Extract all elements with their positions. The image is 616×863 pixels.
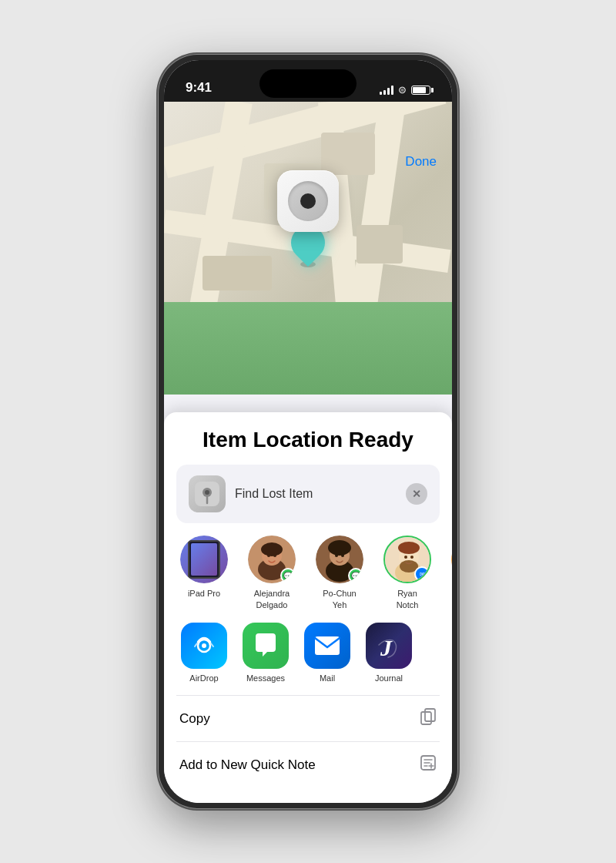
list-item[interactable]: iPad Pro [176,536,232,610]
svg-point-7 [267,554,270,557]
close-icon: ✕ [412,488,421,500]
list-item[interactable]: AirDrop [176,623,232,683]
avatar [180,536,228,583]
avatar: ✉ [383,536,431,583]
wifi-icon: ⊜ [398,84,407,96]
battery-icon [411,86,430,95]
phone-screen: 9:41 ⊜ [164,60,452,803]
svg-point-22 [410,556,413,559]
map-background: Done [164,102,452,395]
copy-icon [420,708,437,729]
find-lost-item-label: Find Lost Item [235,487,397,501]
list-item[interactable]: 💬 Po-ChunYeh [312,536,367,610]
svg-rect-28 [315,636,340,655]
app-label: AirDrop [189,673,218,683]
svg-point-27 [202,643,206,648]
message-badge: 💬 [280,568,296,583]
copy-label: Copy [179,711,210,727]
svg-point-8 [273,554,276,557]
svg-point-6 [261,542,283,556]
avatar [451,536,452,583]
apps-row: AirDrop Messages [164,616,452,695]
avatar: 💬 [248,536,296,583]
copy-row[interactable]: Copy [164,696,452,741]
svg-point-21 [404,556,407,559]
person-name: iPad Pro [188,588,220,599]
person-name: Po-ChunYeh [323,588,356,610]
sheet-header: Item Location Ready [164,412,452,465]
message-badge-2: 💬 [348,568,363,583]
svg-point-2 [205,490,209,495]
airtag-device [277,170,339,232]
svg-point-13 [335,554,338,557]
person-name: RyanNotch [397,588,419,610]
find-lost-item-row[interactable]: Find Lost Item ✕ [176,465,440,523]
list-item[interactable]: Messages [238,623,293,683]
list-item[interactable]: Bue… [447,536,452,610]
list-item[interactable]: ✉ RyanNotch [380,536,435,610]
quick-note-row[interactable]: Add to New Quick Note [164,742,452,787]
mail-icon [304,623,350,669]
list-item[interactable]: Mail [300,623,355,683]
quick-note-label: Add to New Quick Note [179,757,316,773]
people-row: iPad Pro [164,523,452,616]
signal-icon [380,86,393,95]
quick-note-icon [420,754,437,775]
airdrop-icon [181,623,227,669]
avatar: 💬 [316,536,363,583]
phone-frame: 9:41 ⊜ [158,54,458,809]
journal-icon: J [366,623,412,669]
svg-point-12 [328,540,351,556]
list-item[interactable]: 💬 AlejandraDelgado [244,536,300,610]
app-label: Mail [320,673,335,683]
close-button[interactable]: ✕ [406,483,427,505]
list-item[interactable]: J Journal [361,623,417,683]
done-button[interactable]: Done [405,154,437,170]
svg-rect-30 [425,709,435,721]
svg-point-14 [341,554,344,557]
find-lost-item-icon [189,475,226,512]
messages-icon [243,623,289,669]
status-icons: ⊜ [380,84,430,96]
svg-point-23 [451,536,452,583]
svg-rect-31 [421,712,431,724]
share-sheet: Item Location Ready Find Lost Item ✕ [164,412,452,803]
sheet-title: Item Location Ready [182,428,434,452]
app-label: Messages [246,673,285,683]
person-name: AlejandraDelgado [254,588,290,610]
svg-rect-20 [400,545,417,551]
app-label: Journal [375,673,403,683]
mail-badge: ✉ [414,566,430,582]
dynamic-island [259,69,357,98]
